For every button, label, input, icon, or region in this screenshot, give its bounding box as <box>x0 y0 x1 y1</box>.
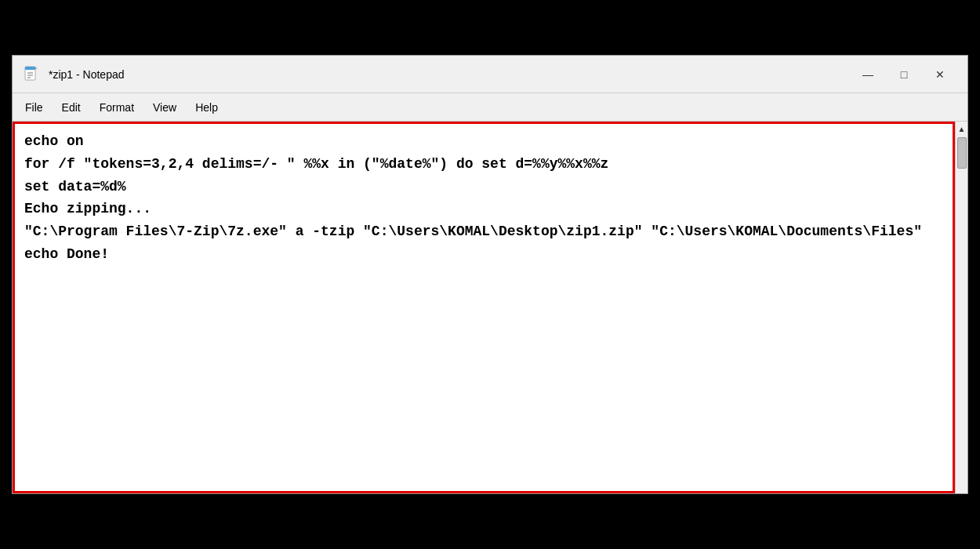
menu-edit[interactable]: Edit <box>53 98 90 117</box>
menu-bar: File Edit Format View Help <box>13 93 967 122</box>
vertical-scrollbar[interactable]: ▲ <box>955 122 967 493</box>
svg-marker-5 <box>35 67 38 69</box>
notepad-window: *zip1 - Notepad — □ ✕ File Edit Format V… <box>12 55 968 494</box>
scroll-up-arrow[interactable]: ▲ <box>956 123 967 134</box>
window-title: *zip1 - Notepad <box>49 68 850 81</box>
menu-file[interactable]: File <box>16 98 53 117</box>
window-controls: — □ ✕ <box>850 62 958 87</box>
scrollbar-thumb[interactable] <box>957 137 967 169</box>
menu-help[interactable]: Help <box>186 98 227 117</box>
menu-view[interactable]: View <box>143 98 186 117</box>
title-bar: *zip1 - Notepad — □ ✕ <box>13 56 967 93</box>
editor-scrollbar-area: ▲ <box>13 122 967 493</box>
menu-format[interactable]: Format <box>90 98 143 117</box>
maximize-button[interactable]: □ <box>886 62 922 87</box>
app-icon <box>22 65 41 84</box>
minimize-button[interactable]: — <box>850 62 886 87</box>
text-editor[interactable] <box>13 122 955 493</box>
svg-rect-1 <box>25 67 35 70</box>
close-button[interactable]: ✕ <box>922 62 958 87</box>
